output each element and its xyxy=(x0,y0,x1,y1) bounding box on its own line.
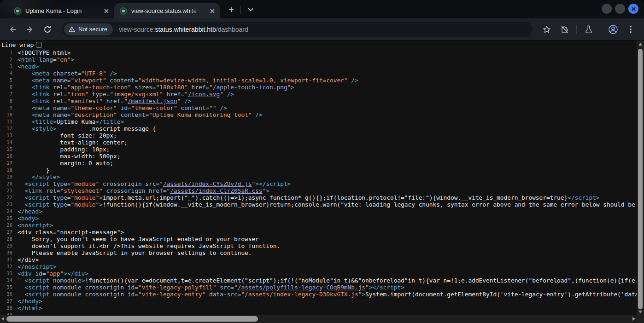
warning-triangle-icon xyxy=(69,26,75,32)
line-number: 2 xyxy=(0,56,15,63)
line-number: 11 xyxy=(0,118,15,125)
line-number: 26 xyxy=(0,222,15,229)
forward-button[interactable] xyxy=(22,22,38,37)
source-line: 22 <script type="module">import.meta.url… xyxy=(0,194,644,201)
vertical-scrollbar-thumb[interactable] xyxy=(638,49,643,309)
source-line: 8 <link rel="manifest" href="/manifest.j… xyxy=(0,98,644,104)
source-line: 30 Please enable JavaScript in your brow… xyxy=(0,249,644,256)
scroll-up-arrow-icon[interactable] xyxy=(638,43,642,46)
source-line: 6 <link rel="apple-touch-icon" sizes="18… xyxy=(0,84,644,91)
browser-window: Uptime Kuma - Login view-source:status.w… xyxy=(0,0,644,323)
source-line: 35 <script nomodule crossorigin id="vite… xyxy=(0,284,644,291)
new-tab-button[interactable]: + xyxy=(225,3,238,16)
tab-title: view-source:status.white xyxy=(131,7,204,14)
source-line: 21 <link rel="stylesheet" crossorigin hr… xyxy=(0,187,644,194)
line-number: 37 xyxy=(0,298,15,305)
line-number: 18 xyxy=(0,167,15,173)
source-line: 20 <script type="module" crossorigin src… xyxy=(0,180,644,187)
line-number: 17 xyxy=(0,160,15,167)
divider xyxy=(601,25,601,34)
source-line: 23 <script type="module">!function(){if(… xyxy=(0,201,644,208)
uptime-kuma-favicon-icon xyxy=(120,7,127,15)
address-bar[interactable]: Not secure view-source:status.whiterabbi… xyxy=(62,22,533,37)
line-number: 5 xyxy=(0,77,15,84)
line-number: 38 xyxy=(0,305,15,311)
source-line: 36 <script nomodule crossorigin id="vite… xyxy=(0,291,644,298)
line-wrap-row: Line wrap xyxy=(0,40,644,49)
line-number: 9 xyxy=(0,104,15,111)
source-link[interactable]: /icon.svg xyxy=(188,91,220,98)
tab-close-icon[interactable] xyxy=(102,7,111,15)
source-line: 10 <meta name="description" content="Upt… xyxy=(0,111,644,118)
vertical-scrollbar[interactable] xyxy=(637,40,644,315)
tab-view-source[interactable]: view-source:status.white xyxy=(114,3,220,18)
source-line: 5 <meta name="viewport" content="width=d… xyxy=(0,77,644,84)
close-window-button[interactable] xyxy=(628,4,638,14)
uptime-kuma-favicon-icon xyxy=(14,7,21,15)
line-number: 35 xyxy=(0,284,15,291)
line-number: 16 xyxy=(0,153,15,160)
back-button[interactable] xyxy=(5,22,20,37)
window-controls xyxy=(602,4,638,14)
source-code: 1<!DOCTYPE html>2<html lang="en">3<head>… xyxy=(0,49,644,318)
source-link[interactable]: /assets/index-CYsZUv7d.js xyxy=(163,180,252,187)
line-number: 20 xyxy=(0,180,15,187)
line-number: 23 xyxy=(0,201,15,208)
line-number: 30 xyxy=(0,249,15,256)
horizontal-scrollbar-thumb[interactable] xyxy=(6,316,258,322)
source-line: 18 } xyxy=(0,167,644,173)
url-scheme: view-source: xyxy=(119,26,155,33)
source-line: 28 Sorry, you don't seem to have JavaScr… xyxy=(0,236,644,242)
source-line: 9 <meta name="theme-color" id="theme-col… xyxy=(0,104,644,111)
line-number: 10 xyxy=(0,111,15,118)
line-number: 12 xyxy=(0,125,15,132)
tab-search-chevron-icon[interactable] xyxy=(245,4,257,16)
source-line: 12 <style> .noscript-message { xyxy=(0,125,644,132)
line-number: 24 xyxy=(0,208,15,215)
extensions-disabled-icon[interactable] xyxy=(556,22,572,37)
profile-avatar-icon[interactable] xyxy=(605,22,621,37)
line-number: 19 xyxy=(0,173,15,180)
line-number: 31 xyxy=(0,256,15,263)
maximize-button[interactable] xyxy=(615,4,625,14)
scroll-right-arrow-icon[interactable] xyxy=(632,317,635,321)
url-host: status.whiterabbit.htb xyxy=(155,26,216,33)
source-line: 14 text-align: center; xyxy=(0,139,644,146)
line-wrap-checkbox[interactable] xyxy=(36,42,42,48)
source-line: 27<div class="noscript-message"> xyxy=(0,229,644,236)
url-path: /dashboard xyxy=(216,26,248,33)
source-line: 25<body> xyxy=(0,215,644,222)
line-number: 29 xyxy=(0,242,15,249)
tab-title: Uptime Kuma - Login xyxy=(25,7,98,14)
line-number: 7 xyxy=(0,91,15,98)
kebab-menu-icon[interactable]: ⋮ xyxy=(623,22,638,37)
bookmark-star-icon[interactable] xyxy=(539,22,555,37)
source-line: 17 margin: 0 auto; xyxy=(0,160,644,167)
line-number: 28 xyxy=(0,236,15,242)
source-link[interactable]: /assets/index-ClrZ0SaR.css xyxy=(170,187,262,194)
security-chip[interactable]: Not secure xyxy=(64,23,113,35)
source-line: 26<noscript> xyxy=(0,222,644,229)
source-link[interactable]: /manifest.json xyxy=(128,98,177,104)
url-text: view-source:status.whiterabbit.htb/dashb… xyxy=(119,26,248,33)
source-line: 34 <script nomodule>!function(){var e=do… xyxy=(0,277,644,284)
horizontal-scrollbar[interactable] xyxy=(0,315,637,323)
labs-flask-icon[interactable] xyxy=(581,22,597,37)
source-line: 38</html> xyxy=(0,305,644,311)
source-line: 1<!DOCTYPE html> xyxy=(0,49,644,56)
minimize-button[interactable] xyxy=(602,4,612,14)
reload-button[interactable] xyxy=(40,22,55,37)
scroll-left-arrow-icon[interactable] xyxy=(1,317,4,321)
scroll-down-arrow-icon[interactable] xyxy=(638,311,642,313)
source-link[interactable]: /apple-touch-icon.png xyxy=(213,84,287,91)
tab-close-icon[interactable] xyxy=(208,7,217,15)
line-number: 22 xyxy=(0,194,15,201)
tab-strip: Uptime Kuma - Login view-source:status.w… xyxy=(0,0,644,18)
tab-uptime-kuma-login[interactable]: Uptime Kuma - Login xyxy=(8,3,114,18)
source-link[interactable]: /assets/polyfills-legacy-COqB9mNb.js xyxy=(238,284,365,291)
line-number: 34 xyxy=(0,277,15,284)
line-number: 14 xyxy=(0,139,15,146)
source-line: 15 padding: 10px; xyxy=(0,146,644,153)
line-number: 8 xyxy=(0,98,15,104)
source-line: 19 </style> xyxy=(0,173,644,180)
